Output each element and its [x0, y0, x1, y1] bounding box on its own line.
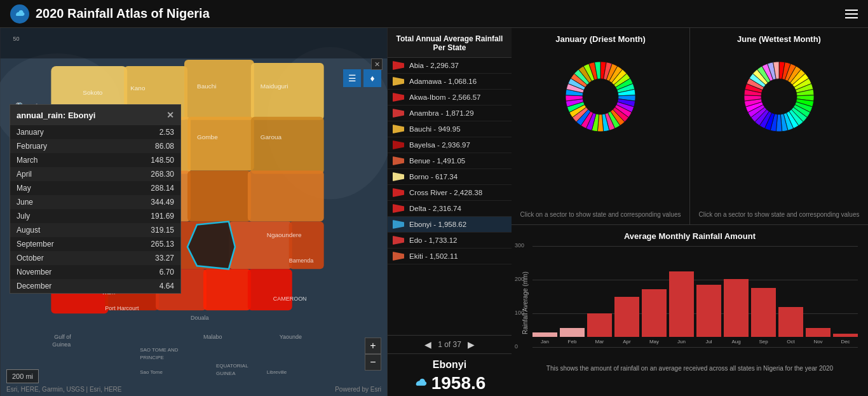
svg-rect-57	[1, 28, 388, 58]
bar-label: May	[649, 339, 659, 345]
rainfall-pagination: ◀ 1 of 37 ▶	[388, 335, 512, 353]
svg-text:Maiduguri: Maiduguri	[261, 83, 288, 90]
month-cell: October	[10, 251, 109, 265]
rainfall-list-header: Total Annual Average Rainfall Per State	[388, 28, 512, 58]
rainfall-list-item[interactable]: Adamawa - 1,068.16	[388, 74, 512, 90]
page-indicator: 1 of 37	[438, 340, 461, 349]
rainfall-list-item[interactable]: Abia - 2,296.37	[388, 58, 512, 74]
menu-button[interactable]	[845, 10, 858, 18]
rainfall-list-item[interactable]: Ebonyi - 1,958.62	[388, 217, 512, 233]
january-donut-chart[interactable]	[553, 49, 648, 144]
rainfall-list-item[interactable]: Ekiti - 1,502.11	[388, 249, 512, 264]
grid-line: 0	[532, 347, 858, 348]
month-cell: May	[10, 181, 109, 195]
svg-text:Gulf of: Gulf of	[54, 334, 71, 340]
app-icon	[10, 4, 29, 24]
rainfall-item-label: Edo - 1,733.12	[409, 236, 457, 244]
svg-text:Garoua: Garoua	[261, 133, 282, 140]
popup-title: annual_rain: Ebonyi	[17, 111, 95, 120]
popup-table: January2.53February86.08March148.50April…	[10, 125, 180, 293]
bar-column[interactable]: Sep	[751, 288, 776, 345]
bar-column[interactable]: Feb	[560, 328, 585, 345]
january-donut-title: January (Driest Month)	[555, 34, 646, 44]
bar-column[interactable]: Jul	[696, 285, 721, 345]
bar-column[interactable]: Nov	[806, 328, 831, 345]
bar-label: Nov	[813, 339, 822, 345]
month-cell: January	[10, 125, 109, 139]
rainfall-item-label: Abia - 2,296.37	[409, 62, 459, 69]
svg-rect-6	[251, 63, 324, 120]
popup-header: annual_rain: Ebonyi ✕	[10, 105, 180, 125]
january-donut-subtitle: Click on a sector to show state and corr…	[520, 211, 681, 218]
value-cell: 288.14	[109, 181, 180, 195]
rainfall-list-item[interactable]: Borno - 617.34	[388, 169, 512, 185]
zoom-in-button[interactable]: +	[365, 338, 381, 354]
map-area[interactable]: Sokoto Kano Bauchi Maiduguri Katsina Gus…	[0, 28, 388, 396]
svg-rect-18	[229, 221, 292, 269]
value-cell: 6.70	[109, 265, 180, 279]
next-page-button[interactable]: ▶	[468, 339, 475, 350]
value-cell: 268.30	[109, 167, 180, 181]
svg-rect-10	[251, 117, 324, 174]
prev-page-button[interactable]: ◀	[424, 339, 431, 350]
svg-text:GUINEA: GUINEA	[216, 371, 236, 376]
right-panel: January (Driest Month) Click on a sector…	[512, 28, 868, 396]
svg-rect-5	[184, 60, 254, 120]
bar-column[interactable]: Dec	[833, 334, 858, 345]
svg-text:SAO TOME AND: SAO TOME AND	[140, 347, 179, 353]
rainfall-item-label: Bayelsa - 2,936.97	[409, 141, 470, 149]
june-donut-chart[interactable]	[731, 49, 827, 144]
bar	[532, 332, 557, 337]
bar-chart-title: Average Monthly Rainfall Amount	[522, 231, 858, 241]
bar-label: Jan	[541, 339, 549, 345]
rainfall-list-item[interactable]: Cross River - 2,428.38	[388, 185, 512, 201]
svg-text:Guinea: Guinea	[52, 341, 71, 348]
month-cell: July	[10, 209, 109, 223]
bar	[778, 307, 803, 337]
bar	[751, 288, 776, 337]
bar-column[interactable]: Aug	[724, 279, 749, 345]
bar-label: Feb	[568, 339, 577, 345]
layer-button[interactable]: ♦	[363, 69, 381, 87]
popup-close-button[interactable]: ✕	[166, 110, 174, 120]
rainfall-list-item[interactable]: Edo - 1,733.12	[388, 233, 512, 249]
table-row: November6.70	[10, 265, 180, 279]
rainfall-list-item[interactable]: Benue - 1,491.05	[388, 153, 512, 169]
rainfall-list-item[interactable]: Bauchi - 949.95	[388, 121, 512, 137]
bar-column[interactable]: May	[642, 289, 667, 345]
bar-column[interactable]: Jun	[669, 271, 694, 345]
rainfall-list-item[interactable]: Bayelsa - 2,936.97	[388, 137, 512, 153]
map-credit: Esri, HERE, Garmin, USGS | Esri, HERE	[6, 386, 122, 393]
list-view-button[interactable]: ☰	[343, 69, 361, 87]
bar	[669, 271, 694, 337]
rainfall-list-item[interactable]: Delta - 2,316.74	[388, 201, 512, 217]
bar-column[interactable]: Jan	[532, 332, 557, 345]
june-donut-subtitle: Click on a sector to show state and corr…	[699, 211, 860, 218]
value-cell: 33.27	[109, 251, 180, 265]
bar-column[interactable]: Mar	[587, 313, 612, 345]
svg-text:50: 50	[13, 36, 19, 42]
map-close-button[interactable]: ✕	[371, 58, 383, 70]
svg-text:Sao Tome: Sao Tome	[140, 369, 163, 375]
selected-state-value-row: 1958.6	[391, 373, 508, 393]
svg-rect-23	[203, 269, 251, 310]
bar-column[interactable]: Apr	[614, 297, 639, 345]
bar	[696, 285, 721, 337]
month-cell: April	[10, 167, 109, 181]
rainfall-item-label: Ebonyi - 1,958.62	[409, 221, 466, 228]
table-row: September265.13	[10, 237, 180, 251]
svg-rect-14	[248, 171, 324, 222]
month-cell: June	[10, 195, 109, 209]
table-row: June344.49	[10, 195, 180, 209]
table-row: July191.69	[10, 209, 180, 223]
bar-label: Mar	[595, 339, 604, 345]
main-content: Sokoto Kano Bauchi Maiduguri Katsina Gus…	[0, 28, 868, 396]
bar-column[interactable]: Oct	[778, 307, 803, 345]
svg-text:Yaounde: Yaounde	[280, 334, 302, 340]
svg-text:CAMEROON: CAMEROON	[273, 296, 307, 302]
rainfall-list-item[interactable]: Anambra - 1,871.29	[388, 106, 512, 121]
value-cell: 191.69	[109, 209, 180, 223]
zoom-out-button[interactable]: −	[365, 354, 381, 371]
rainfall-list-item[interactable]: Akwa-Ibom - 2,566.57	[388, 90, 512, 106]
svg-text:Libreville: Libreville	[267, 369, 287, 375]
